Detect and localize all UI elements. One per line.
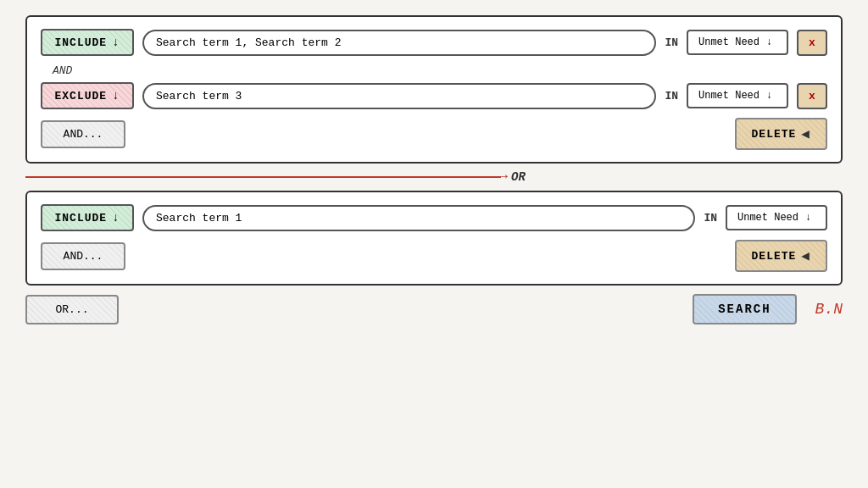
search-input-1-1[interactable] bbox=[142, 30, 656, 56]
delete-arrow-icon-2: ◀ bbox=[801, 247, 810, 264]
delete-button-2[interactable]: DELETE ◀ bbox=[735, 240, 827, 272]
include-label-1: INCLUDE bbox=[54, 36, 107, 49]
exclude-button-1[interactable]: EXCLUDE ↓ bbox=[41, 82, 134, 109]
group-box-2: INCLUDE ↓ IN Unmet Need ↓ AND... DELETE … bbox=[25, 191, 843, 286]
and-button-1[interactable]: AND... bbox=[41, 120, 125, 148]
row-include-2: INCLUDE ↓ IN Unmet Need ↓ bbox=[41, 204, 827, 231]
or-arrow-line bbox=[25, 176, 501, 178]
dropdown-label-1-1: Unmet Need bbox=[698, 36, 760, 48]
dropdown-button-1-2[interactable]: Unmet Need ↓ bbox=[687, 83, 788, 108]
search-button[interactable]: SEARCH bbox=[693, 294, 796, 324]
include-arrow-1: ↓ bbox=[112, 36, 120, 49]
in-label-1-2: IN bbox=[665, 90, 678, 103]
dropdown-arrow-1-1: ↓ bbox=[766, 36, 772, 48]
signature: B.N bbox=[815, 301, 843, 318]
search-button-label: SEARCH bbox=[718, 302, 771, 316]
delete-row-1: AND... DELETE ◀ bbox=[41, 118, 827, 150]
or-button[interactable]: OR... bbox=[25, 295, 119, 324]
x-label-1-2: x bbox=[809, 90, 815, 103]
delete-button-1[interactable]: DELETE ◀ bbox=[735, 118, 827, 150]
dropdown-button-2-1[interactable]: Unmet Need ↓ bbox=[726, 205, 827, 230]
search-input-1-2[interactable] bbox=[142, 83, 656, 109]
delete-row-2: AND... DELETE ◀ bbox=[41, 240, 827, 272]
exclude-label-1: EXCLUDE bbox=[54, 90, 107, 103]
include-arrow-2: ↓ bbox=[112, 211, 120, 225]
x-button-1-2[interactable]: x bbox=[797, 83, 827, 109]
bottom-toolbar: OR... SEARCH B.N bbox=[25, 294, 843, 324]
row-include-1: INCLUDE ↓ IN Unmet Need ↓ x bbox=[41, 29, 827, 56]
dropdown-label-2-1: Unmet Need bbox=[737, 212, 798, 224]
dropdown-arrow-2-1: ↓ bbox=[805, 212, 811, 224]
or-text: OR bbox=[511, 170, 526, 184]
include-label-2: INCLUDE bbox=[54, 212, 107, 225]
delete-label-2: DELETE bbox=[752, 250, 797, 263]
delete-label-1: DELETE bbox=[752, 128, 797, 141]
or-button-label: OR... bbox=[55, 303, 88, 316]
and-button-label-1: AND... bbox=[64, 128, 103, 141]
dropdown-label-1-2: Unmet Need bbox=[698, 90, 760, 102]
row-exclude-1: EXCLUDE ↓ IN Unmet Need ↓ x bbox=[41, 82, 827, 109]
dropdown-button-1-1[interactable]: Unmet Need ↓ bbox=[687, 30, 788, 55]
group-box-1: INCLUDE ↓ IN Unmet Need ↓ x AND EXCLUDE … bbox=[25, 15, 843, 164]
include-button-2[interactable]: INCLUDE ↓ bbox=[41, 204, 134, 231]
and-button-label-2: AND... bbox=[64, 250, 103, 263]
x-button-1-1[interactable]: x bbox=[797, 30, 827, 56]
include-button-1[interactable]: INCLUDE ↓ bbox=[41, 29, 134, 56]
in-label-2-1: IN bbox=[704, 212, 717, 225]
or-section: OR bbox=[25, 164, 843, 191]
in-label-1-1: IN bbox=[665, 36, 678, 49]
dropdown-arrow-1-2: ↓ bbox=[766, 90, 772, 102]
exclude-arrow-1: ↓ bbox=[112, 89, 120, 103]
main-container: INCLUDE ↓ IN Unmet Need ↓ x AND EXCLUDE … bbox=[0, 0, 868, 488]
x-label-1-1: x bbox=[809, 36, 815, 49]
and-button-2[interactable]: AND... bbox=[41, 242, 125, 270]
search-input-2-1[interactable] bbox=[142, 205, 695, 231]
and-label-1: AND bbox=[53, 64, 827, 77]
delete-arrow-icon-1: ◀ bbox=[801, 125, 810, 142]
